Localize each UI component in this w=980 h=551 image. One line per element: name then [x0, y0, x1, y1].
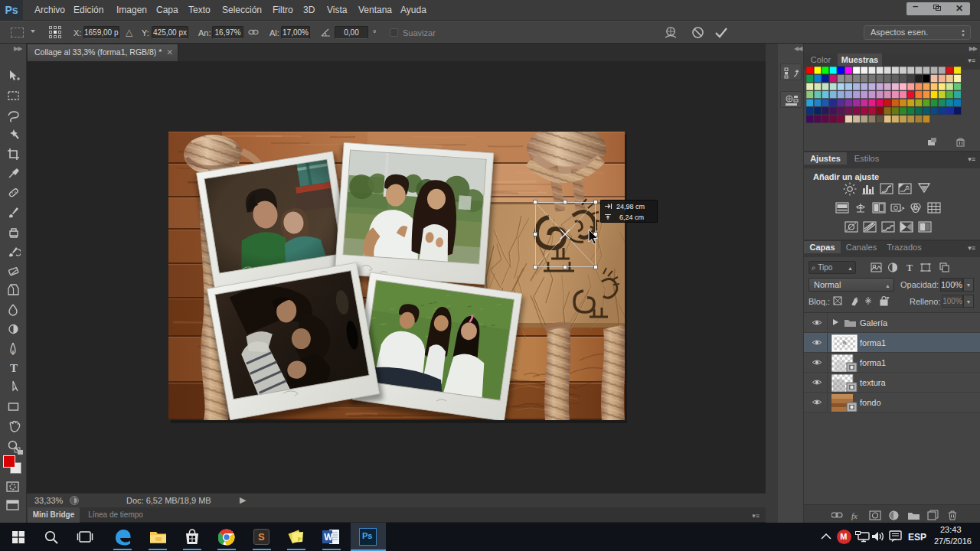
- svg-text:T: T: [906, 262, 913, 273]
- svg-text:fx: fx: [851, 511, 858, 520]
- svg-text:W: W: [324, 532, 333, 543]
- svg-text:T: T: [10, 362, 18, 374]
